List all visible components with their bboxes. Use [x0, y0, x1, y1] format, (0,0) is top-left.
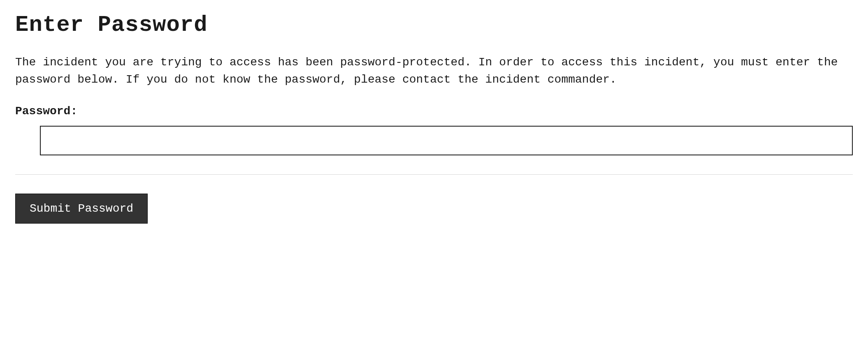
password-label: Password:: [15, 105, 853, 118]
password-input[interactable]: [40, 126, 853, 155]
submit-password-button[interactable]: Submit Password: [15, 194, 148, 224]
page-title: Enter Password: [15, 12, 853, 37]
description-text: The incident you are trying to access ha…: [15, 54, 853, 88]
divider: [15, 174, 853, 175]
